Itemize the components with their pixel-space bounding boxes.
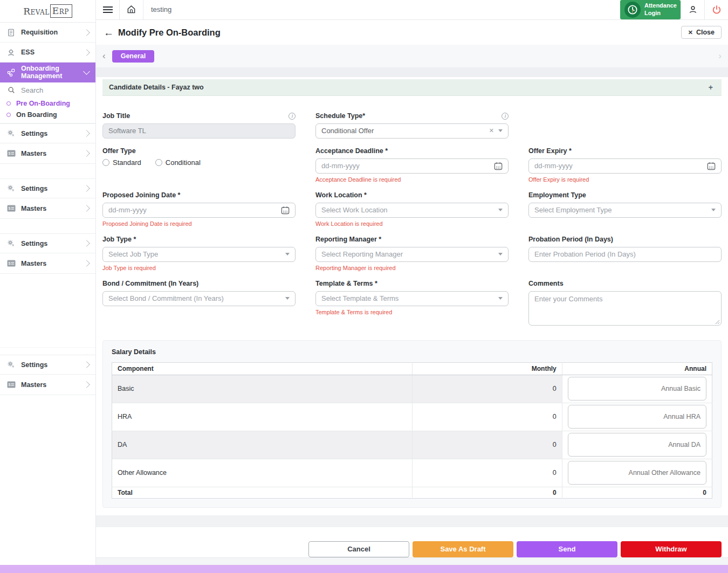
template-terms-select[interactable]: Select Template & Terms xyxy=(315,291,509,306)
attendance-clock-icon xyxy=(624,2,641,18)
sidebar-item-settings[interactable]: Settings xyxy=(0,233,95,253)
hamburger-menu-button[interactable] xyxy=(96,0,120,19)
column-header-annual: Annual xyxy=(562,362,712,375)
work-location-label: Work Location * xyxy=(315,191,367,199)
column-header-monthly: Monthly xyxy=(412,362,562,375)
sidebar-item-label: Settings xyxy=(21,240,84,247)
topbar: testing Attendance Login xyxy=(96,0,728,20)
acceptance-deadline-label: Acceptance Deadline * xyxy=(315,147,388,155)
reporting-manager-error: Reporting Manager is required xyxy=(315,265,509,271)
bullet-icon xyxy=(6,113,11,117)
requisition-icon xyxy=(6,28,16,37)
sidebar-item-settings[interactable]: Settings xyxy=(0,123,95,143)
total-annual: 0 xyxy=(562,487,712,498)
bond-commitment-select[interactable]: Select Bond / Commitment (In Years) xyxy=(102,291,296,306)
table-row-hra: HRA 0 xyxy=(112,403,712,431)
sidebar-item-requisition[interactable]: Requisition xyxy=(0,23,95,43)
sidebar-item-masters[interactable]: $ Masters xyxy=(0,375,95,395)
probation-period-input[interactable] xyxy=(528,247,722,262)
caret-down-icon xyxy=(285,253,290,256)
radio-standard[interactable]: Standard xyxy=(102,158,141,167)
field-offer-expiry: Offer Expiry * dd-mm-yyyy Offer Expiry i… xyxy=(528,147,722,183)
caret-down-icon xyxy=(711,209,716,211)
caret-down-icon xyxy=(498,209,503,211)
form-actions: Cancel Save As Draft Send Withdraw xyxy=(96,527,728,557)
sidebar-item-on-boarding[interactable]: On Boarding xyxy=(0,109,95,120)
info-icon: i xyxy=(289,113,296,120)
total-monthly: 0 xyxy=(412,487,562,498)
field-bond-commitment: Bond / Commitment (In Years) Select Bond… xyxy=(102,280,296,328)
job-title-input[interactable] xyxy=(102,123,296,139)
radio-conditional[interactable]: Conditional xyxy=(155,158,201,167)
annual-da-input[interactable] xyxy=(568,433,706,457)
tabs-scroll-right-icon[interactable]: › xyxy=(717,51,723,61)
annual-basic-input[interactable] xyxy=(568,377,706,401)
job-type-select[interactable]: Select Job Type xyxy=(102,247,296,262)
svg-text:$: $ xyxy=(8,151,10,155)
proposed-joining-date-input[interactable]: dd-mm-yyyy xyxy=(102,203,296,218)
chevron-down-icon xyxy=(83,68,90,75)
send-button[interactable]: Send xyxy=(517,541,617,557)
tabs-scroll-left-icon[interactable]: ‹ xyxy=(100,51,108,61)
home-button[interactable] xyxy=(120,0,143,19)
sidebar-item-masters[interactable]: $ Masters xyxy=(0,143,95,163)
work-location-select[interactable]: Select Work Location xyxy=(315,203,509,218)
reporting-manager-select[interactable]: Select Reporting Manager xyxy=(315,247,509,262)
chevron-right-icon xyxy=(83,185,90,192)
clear-icon[interactable]: ✕ xyxy=(489,127,494,134)
comments-textarea[interactable] xyxy=(528,291,722,326)
field-reporting-manager: Reporting Manager * Select Reporting Man… xyxy=(315,236,509,271)
sidebar-group: Settings $ Masters xyxy=(0,178,95,219)
tab-strip: ‹ General › xyxy=(96,45,728,67)
chevron-right-icon xyxy=(83,260,90,267)
cancel-button[interactable]: Cancel xyxy=(308,541,409,557)
sidebar-item-onboarding-management[interactable]: Onboarding Management xyxy=(0,63,95,82)
save-as-draft-button[interactable]: Save As Draft xyxy=(413,541,513,557)
resize-handle-icon[interactable] xyxy=(715,320,720,325)
sidebar-item-settings-clipped[interactable]: Settings xyxy=(0,347,95,355)
profile-button[interactable] xyxy=(681,0,704,19)
radio-icon xyxy=(155,159,162,166)
schedule-type-select[interactable]: Conditional Offer ✕ xyxy=(315,123,509,139)
bond-commitment-label: Bond / Commitment (In Years) xyxy=(102,280,198,287)
table-row-basic: Basic 0 xyxy=(112,375,712,403)
sidebar-item-pre-onboarding[interactable]: Pre On-Boarding xyxy=(0,98,95,109)
attendance-login-button[interactable]: Attendance Login xyxy=(620,0,681,19)
logout-button[interactable] xyxy=(704,0,728,19)
user-icon xyxy=(688,5,698,15)
salary-details-title: Salary Details xyxy=(112,348,712,356)
masters-icon: $ xyxy=(6,204,16,213)
comments-label: Comments xyxy=(528,280,564,287)
chevron-right-icon xyxy=(83,381,90,388)
expand-icon[interactable]: + xyxy=(709,83,713,92)
sidebar-item-ess[interactable]: ESS xyxy=(0,43,95,63)
sidebar-search-input[interactable]: Search xyxy=(0,82,95,98)
field-offer-type: Offer Type Standard Conditional xyxy=(102,147,296,183)
masters-icon: $ xyxy=(6,380,16,389)
sidebar-subitem-label: Pre On-Boarding xyxy=(16,100,70,107)
annual-hra-input[interactable] xyxy=(568,405,706,429)
back-arrow-icon[interactable]: ← xyxy=(104,27,114,38)
sidebar-item-masters[interactable]: $ Masters xyxy=(0,198,95,218)
reporting-manager-label: Reporting Manager * xyxy=(315,236,381,243)
power-icon xyxy=(712,5,722,15)
bullet-icon xyxy=(6,101,11,106)
acceptance-deadline-input[interactable]: dd-mm-yyyy xyxy=(315,158,509,174)
sidebar-item-settings[interactable]: Settings xyxy=(0,355,95,375)
candidate-details-section: Candidate Details - Fayaz two + Job Titl… xyxy=(96,77,728,339)
candidate-details-header[interactable]: Candidate Details - Fayaz two + xyxy=(102,79,722,96)
sidebar-item-masters[interactable]: $ Masters xyxy=(0,253,95,273)
job-title-label: Job Title xyxy=(102,112,130,120)
employment-type-select[interactable]: Select Employment Type xyxy=(528,203,722,218)
sidebar-item-settings[interactable]: Settings xyxy=(0,178,95,198)
table-row-da: DA 0 xyxy=(112,431,712,459)
chevron-right-icon xyxy=(83,240,90,247)
withdraw-button[interactable]: Withdraw xyxy=(621,541,722,557)
field-employment-type: Employment Type Select Employment Type xyxy=(528,191,722,227)
offer-expiry-input[interactable]: dd-mm-yyyy xyxy=(528,158,722,174)
template-terms-error: Template & Terms is required xyxy=(315,309,509,315)
tab-general[interactable]: General xyxy=(112,50,155,63)
brand-logo: RevalErp xyxy=(0,0,95,23)
close-button[interactable]: ✕ Close xyxy=(681,26,722,39)
annual-other-allowance-input[interactable] xyxy=(568,461,706,485)
